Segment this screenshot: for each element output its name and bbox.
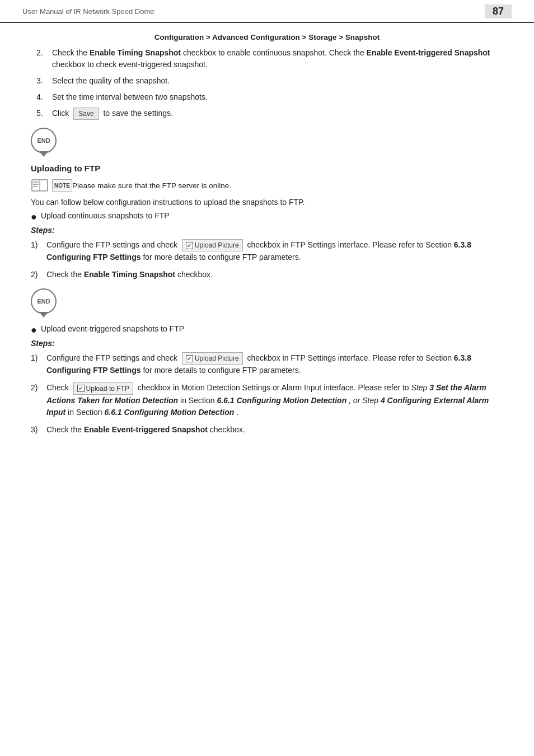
e1-before: Configure the FTP settings and check [46,353,180,362]
note-image-icon [31,178,49,193]
steps-list: 2. Check the Enable Timing Snapshot chec… [36,47,503,120]
step-5-content: Click Save to save the settings. [52,108,503,120]
e1-end: for more details to configure FTP parame… [143,366,301,375]
continuous-step-1-num: 1) [31,239,46,251]
checkbox-tick-2: ✔ [186,355,193,362]
step-3-content: Select the quality of the snapshot. [52,75,503,87]
e2-or: , or Step [349,396,381,405]
continuous-steps-list: 1) Configure the FTP settings and check … [31,239,503,281]
upload-picture-label-1: Upload Picture [195,240,239,250]
upload-picture-checkbox-2[interactable]: ✔ Upload Picture [182,352,243,365]
bullet-event: ● Upload event-triggered snapshots to FT… [31,324,503,337]
e2-ref1: 6.6.1 Configuring Motion Detection [217,396,346,405]
event-step-2: 2) Check ✔ Upload to FTP checkbox in Mot… [31,382,503,418]
event-step-3-content: Check the Enable Event-triggered Snapsho… [46,424,503,436]
checkbox-tick-3: ✔ [77,385,85,392]
save-button[interactable]: Save [73,108,99,120]
event-step-1: 1) Configure the FTP settings and check … [31,352,503,377]
bullet-continuous: ● Upload continuous snapshots to FTP [31,211,503,223]
ftp-intro: You can follow below configuration instr… [31,198,503,207]
continuous-step-2: 2) Check the Enable Timing Snapshot chec… [31,269,503,281]
steps-label-1: Steps: [31,226,503,235]
upload-to-ftp-label: Upload to FTP [86,384,129,394]
event-steps-list: 1) Configure the FTP settings and check … [31,352,503,436]
step-4: 4. Set the time interval between two sna… [36,91,503,103]
checkbox-tick-1: ✔ [186,242,193,249]
end-icon-2: END [31,288,57,314]
upload-to-ftp-checkbox[interactable]: ✔ Upload to FTP [73,382,133,395]
enable-event-snapshot-label: Enable Event-triggered Snapshot [367,48,490,57]
step-3-num: 3. [36,75,52,87]
page: User Manual of IR Network Speed Dome 87 … [0,0,534,756]
bullet-text-1: Upload continuous snapshots to FTP [41,211,170,220]
continuous-step-2-content: Check the Enable Timing Snapshot checkbo… [46,269,503,281]
e2-in-section2: in Section [68,408,104,417]
step-2: 2. Check the Enable Timing Snapshot chec… [36,47,503,71]
e2-before: Check [46,383,71,392]
steps-label-2: Steps: [31,339,503,348]
e2-period: . [236,408,238,417]
svg-rect-2 [33,181,39,183]
c1-end: for more details to configure FTP parame… [143,253,301,262]
note-text: Please make sure that the FTP server is … [72,181,231,190]
event-step-2-content: Check ✔ Upload to FTP checkbox in Motion… [46,382,503,418]
end-icon-1: END [31,128,57,153]
document-title: User Manual of IR Network Speed Dome [22,7,154,16]
step-5-after: to save the settings. [103,109,173,118]
e2-in-section: in Section [180,396,217,405]
step-4-num: 4. [36,91,52,103]
bullet-text-2: Upload event-triggered snapshots to FTP [41,324,184,333]
e2-after: checkbox in Motion Detection Settings or… [138,383,411,392]
step-3: 3. Select the quality of the snapshot. [36,75,503,87]
upload-picture-label-2: Upload Picture [195,353,239,363]
page-header: User Manual of IR Network Speed Dome 87 [0,0,534,23]
end-label-1: END [37,137,50,144]
step-2-content: Check the Enable Timing Snapshot checkbo… [52,47,503,71]
event-step-3-num: 3) [31,424,46,436]
event-step-1-content: Configure the FTP settings and check ✔ U… [46,352,503,377]
breadcrumb: Configuration > Advanced Configuration >… [31,33,503,41]
event-step-1-num: 1) [31,352,46,364]
bullet-dot-1: ● [31,211,41,223]
step-5-before: Click [52,109,71,118]
uploading-ftp-title: Uploading to FTP [31,164,503,173]
page-number: 87 [485,4,512,18]
c1-before: Configure the FTP settings and check [46,240,180,249]
step-5: 5. Click Save to save the settings. [36,108,503,120]
e2-ref2: 6.6.1 Configuring Motion Detection [104,408,234,417]
end-label-2: END [37,298,50,305]
continuous-step-1-content: Configure the FTP settings and check ✔ U… [46,239,503,264]
note-badge: NOTE [52,179,72,192]
enable-timing-snapshot-label: Enable Timing Snapshot [90,48,181,57]
step-2-num: 2. [36,47,52,59]
enable-timing-label-2: Enable Timing Snapshot [84,270,175,279]
c1-after: checkbox in FTP Settings interface. Plea… [247,240,453,249]
event-step-2-num: 2) [31,382,46,394]
continuous-step-1: 1) Configure the FTP settings and check … [31,239,503,264]
e1-after: checkbox in FTP Settings interface. Plea… [247,353,453,362]
e2-italic1: Step [411,383,430,392]
svg-rect-4 [33,186,38,187]
enable-event-snapshot-label-2: Enable Event-triggered Snapshot [84,425,208,434]
svg-rect-3 [33,184,39,185]
bullet-dot-2: ● [31,324,41,337]
upload-picture-checkbox-1[interactable]: ✔ Upload Picture [182,239,243,251]
continuous-step-2-num: 2) [31,269,46,281]
step-5-num: 5. [36,108,52,119]
event-step-3: 3) Check the Enable Event-triggered Snap… [31,424,503,436]
step-4-content: Set the time interval between two snapsh… [52,91,503,103]
page-content: Configuration > Advanced Configuration >… [0,33,534,458]
note-wrapper: NOTE Please make sure that the FTP serve… [31,178,503,193]
